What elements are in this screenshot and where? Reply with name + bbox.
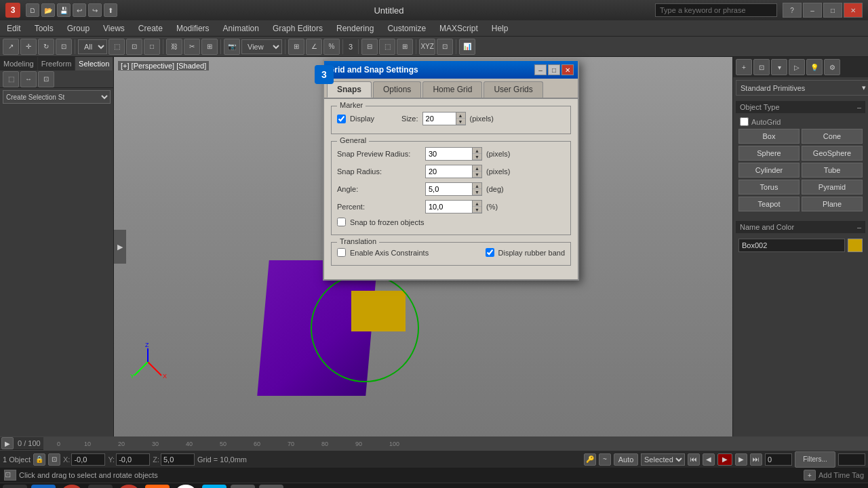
link-tool[interactable]: ⛓ — [166, 39, 182, 55]
pick-tool[interactable]: ⬚ — [108, 39, 125, 55]
window-crossing[interactable]: □ — [144, 39, 160, 55]
display-checkbox[interactable] — [337, 115, 346, 123]
abs-rel-btn[interactable]: ⊡ — [48, 453, 60, 466]
snap-preview-spinner[interactable]: ▲ ▼ — [473, 147, 482, 161]
menu-modifiers[interactable]: Modifiers — [170, 22, 216, 35]
angle-spinner[interactable]: ▲ ▼ — [473, 182, 482, 196]
add-time-tag-btn[interactable]: + — [804, 470, 816, 481]
xyz-btn[interactable]: XYZ — [419, 39, 435, 55]
auto-btn[interactable]: Auto — [614, 453, 638, 466]
prev-frame[interactable]: ⏮ — [688, 453, 700, 466]
obj-cone[interactable]: Cone — [802, 129, 863, 144]
menu-rendering[interactable]: Rendering — [330, 22, 380, 35]
obj-sphere[interactable]: Sphere — [738, 146, 800, 161]
menu-tools[interactable]: Tools — [28, 22, 60, 35]
modal-close[interactable]: ✕ — [561, 64, 574, 75]
menu-animation[interactable]: Animation — [216, 22, 266, 35]
snap-preview-input[interactable] — [425, 147, 473, 161]
tab-options[interactable]: Options — [373, 81, 421, 98]
frame-input[interactable] — [838, 453, 865, 466]
l-btn3[interactable]: ⊡ — [38, 71, 54, 87]
modify-tab[interactable]: ⊡ — [753, 59, 770, 75]
rubber-band-checkbox[interactable] — [486, 248, 494, 257]
size-down[interactable]: ▼ — [456, 119, 465, 125]
an-up[interactable]: ▲ — [473, 183, 481, 189]
angle-input[interactable] — [425, 182, 473, 196]
modal-minimize[interactable]: – — [534, 64, 547, 75]
tab-freeform[interactable]: Freeform — [38, 57, 76, 70]
axis-constraints-checkbox[interactable] — [337, 248, 346, 257]
tab-selection[interactable]: Selection — [75, 57, 113, 70]
close-btn[interactable]: ✕ — [844, 3, 863, 18]
filter-dropdown[interactable]: All — [78, 39, 107, 54]
save-btn[interactable]: 💾 — [57, 3, 71, 17]
object-name-input[interactable] — [738, 239, 845, 252]
open-btn[interactable]: 📂 — [41, 3, 55, 17]
taskbar-chrome[interactable]: ⊕ — [174, 485, 198, 489]
snap-radius-spinner[interactable]: ▲ ▼ — [473, 165, 482, 178]
size-up[interactable]: ▲ — [456, 113, 465, 119]
prompt-icon[interactable]: ⊡ — [4, 470, 16, 481]
maximize-btn[interactable]: □ — [823, 3, 842, 18]
lasso-tool[interactable]: ⊡ — [126, 39, 142, 55]
tab-snaps[interactable]: Snaps — [327, 81, 372, 98]
tab-modeling[interactable]: Modeling — [0, 57, 38, 70]
sp-up[interactable]: ▲ — [473, 148, 481, 154]
graph-editors-btn[interactable]: 📊 — [459, 39, 475, 55]
sr-up[interactable]: ▲ — [473, 165, 481, 171]
unlink-tool[interactable]: ✂ — [184, 39, 200, 55]
windows-btn[interactable] — [3, 485, 27, 489]
minimize-btn[interactable]: – — [803, 3, 822, 18]
tab-home-grid[interactable]: Home Grid — [422, 81, 482, 98]
z-input[interactable] — [161, 453, 195, 466]
prev-key[interactable]: ◀ — [703, 453, 715, 466]
view-dropdown[interactable]: View — [241, 39, 282, 54]
bind-tool[interactable]: ⊞ — [201, 39, 218, 55]
y-input[interactable] — [116, 453, 150, 466]
tab-user-grids[interactable]: User Grids — [484, 81, 542, 98]
size-spinner[interactable]: ▲ ▼ — [456, 112, 466, 125]
selected-dropdown[interactable]: Selected — [641, 453, 685, 466]
percent-snap[interactable]: % — [323, 39, 340, 55]
pc-dn[interactable]: ▼ — [473, 207, 481, 213]
scale-tool[interactable]: ⊡ — [56, 39, 72, 55]
move-tool[interactable]: ✛ — [20, 39, 37, 55]
sr-dn[interactable]: ▼ — [473, 171, 481, 178]
obj-pyramid[interactable]: Pyramid — [802, 180, 863, 195]
an-dn[interactable]: ▼ — [473, 189, 481, 195]
snap-radius-input[interactable] — [425, 165, 473, 178]
obj-teapot[interactable]: Teapot — [738, 197, 800, 211]
l-btn2[interactable]: ↔ — [20, 71, 37, 87]
menu-edit[interactable]: Edit — [0, 22, 28, 35]
display-tab[interactable]: 💡 — [806, 59, 823, 75]
rotate-tool[interactable]: ↻ — [38, 39, 54, 55]
menu-group[interactable]: Group — [60, 22, 96, 35]
timeline-ruler[interactable]: 0 10 20 30 40 50 60 70 80 90 100 — [43, 436, 868, 450]
taskbar-firefox[interactable]: 🦊 — [145, 485, 170, 489]
play-button[interactable]: ▶ — [114, 230, 126, 264]
selection-dropdown[interactable]: Create Selection St — [3, 90, 111, 104]
mirror-btn[interactable]: ⬚ — [379, 39, 395, 55]
motion-tab[interactable]: ▷ — [789, 59, 805, 75]
search-input[interactable] — [655, 3, 777, 17]
menu-create[interactable]: Create — [132, 22, 170, 35]
filters-btn[interactable]: Filters... — [795, 451, 835, 468]
view-btn[interactable]: 📷 — [224, 39, 240, 55]
help-btn[interactable]: ? — [783, 3, 802, 18]
obj-plane[interactable]: Plane — [802, 197, 863, 211]
l-btn1[interactable]: ⬚ — [3, 71, 19, 87]
grid-snap-dialog[interactable]: 3 Grid and Snap Settings – □ ✕ Snaps Opt… — [323, 60, 579, 281]
obj-geosphere[interactable]: GeoSphere — [802, 146, 863, 161]
play-anim[interactable]: ▶ — [717, 453, 732, 466]
obj-box[interactable]: Box — [738, 129, 800, 144]
auto-grid-checkbox[interactable] — [740, 117, 749, 126]
snap-frozen-checkbox[interactable] — [337, 218, 346, 226]
menu-graph-editors[interactable]: Graph Editors — [266, 22, 330, 35]
size-input[interactable] — [422, 112, 456, 125]
undo-btn[interactable]: ↩ — [73, 3, 86, 17]
next-key[interactable]: ▶ — [735, 453, 747, 466]
pc-up[interactable]: ▲ — [473, 201, 481, 207]
utilities-tab[interactable]: ⚙ — [824, 59, 840, 75]
menu-help[interactable]: Help — [485, 22, 515, 35]
snap-toggle[interactable]: ⊞ — [288, 39, 304, 55]
